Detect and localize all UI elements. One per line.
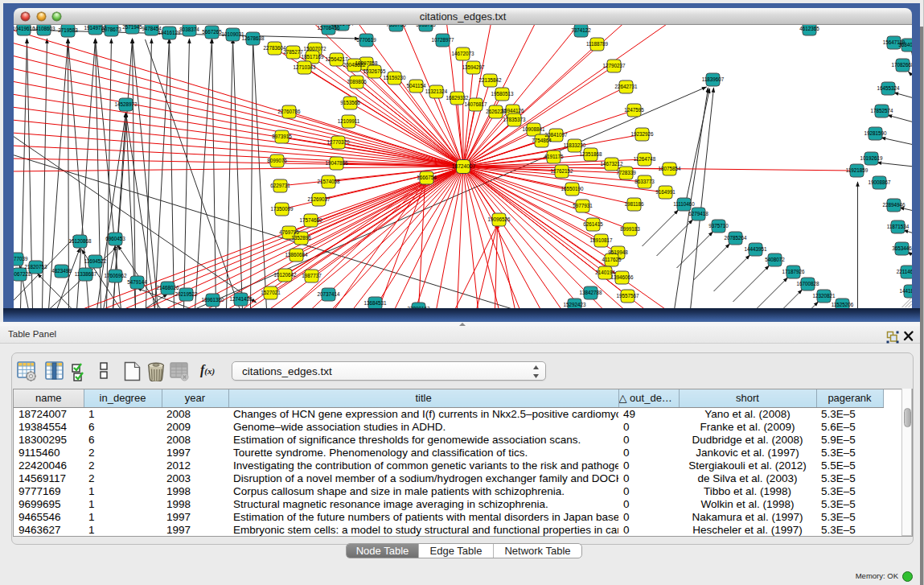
- svg-text:12351868: 12351868: [579, 151, 602, 157]
- svg-text:11525206: 11525206: [831, 302, 853, 307]
- svg-text:13594297: 13594297: [462, 64, 485, 70]
- svg-text:11321324: 11321324: [425, 89, 447, 94]
- svg-text:12710343: 12710343: [293, 64, 316, 70]
- svg-text:6960453: 6960453: [105, 236, 125, 241]
- svg-text:5977931: 5977931: [573, 203, 593, 208]
- svg-text:22760786: 22760786: [277, 109, 301, 114]
- svg-text:11694522: 11694522: [84, 258, 106, 264]
- svg-text:13842788: 13842788: [579, 290, 602, 295]
- svg-text:12770370: 12770370: [326, 139, 350, 145]
- svg-text:16829332: 16829332: [446, 95, 469, 101]
- svg-text:10120642: 10120642: [273, 272, 297, 278]
- svg-text:6229731: 6229731: [270, 183, 290, 188]
- svg-text:19047886: 19047886: [325, 160, 348, 166]
- svg-text:17187926: 17187926: [782, 269, 805, 274]
- svg-text:17082668: 17082668: [891, 62, 912, 68]
- svg-text:15159230: 15159230: [383, 75, 406, 80]
- svg-text:2719583: 2719583: [58, 27, 78, 33]
- svg-text:9153566: 9153566: [340, 100, 360, 105]
- svg-text:4612365: 4612365: [799, 26, 819, 31]
- svg-text:10192619: 10192619: [860, 155, 883, 161]
- svg-text:3684052: 3684052: [898, 42, 912, 47]
- svg-text:1527021: 1527021: [261, 290, 281, 295]
- svg-text:11921859: 11921859: [845, 167, 868, 173]
- svg-text:22894946: 22894946: [882, 202, 906, 208]
- svg-text:12320821: 12320821: [812, 293, 836, 299]
- svg-text:20737414: 20737414: [317, 291, 340, 297]
- svg-text:17606962: 17606962: [104, 273, 127, 278]
- svg-text:7728339: 7728339: [616, 170, 636, 175]
- svg-text:12741438: 12741438: [229, 296, 253, 302]
- svg-text:1981186: 1981186: [624, 201, 644, 207]
- svg-text:11833230: 11833230: [563, 142, 585, 148]
- svg-text:5041154: 5041154: [406, 83, 426, 89]
- svg-text:1987737: 1987737: [302, 273, 322, 278]
- svg-text:16550190: 16550190: [561, 186, 584, 192]
- svg-text:11110460: 11110460: [673, 201, 695, 207]
- svg-text:10728977: 10728977: [431, 37, 454, 43]
- svg-text:11264748: 11264748: [633, 156, 655, 162]
- svg-text:1247595: 1247595: [624, 107, 644, 113]
- svg-text:17835373: 17835373: [503, 117, 526, 122]
- svg-text:20377039: 20377039: [14, 256, 28, 262]
- svg-text:4191175: 4191175: [544, 154, 564, 159]
- svg-text:21269037: 21269037: [307, 196, 331, 202]
- svg-text:6770619: 6770619: [356, 37, 376, 43]
- svg-text:6279418: 6279418: [688, 211, 708, 216]
- svg-text:8038374: 8038374: [179, 27, 199, 32]
- svg-text:8633773: 8633773: [634, 179, 655, 184]
- svg-text:14076817: 14076817: [464, 101, 487, 107]
- svg-text:22135842: 22135842: [478, 77, 502, 83]
- svg-text:13684531: 13684531: [363, 300, 387, 306]
- svg-text:16067228: 16067228: [14, 271, 31, 277]
- svg-text:19580513: 19580513: [491, 91, 514, 97]
- svg-text:20048622: 20048622: [343, 62, 366, 68]
- svg-text:12790237: 12790237: [602, 63, 626, 68]
- svg-text:11188789: 11188789: [585, 41, 608, 47]
- svg-text:17852574: 17852574: [870, 108, 893, 113]
- svg-text:12762152: 12762152: [550, 168, 573, 174]
- svg-text:8099076: 8099076: [267, 158, 287, 163]
- svg-text:17350099: 17350099: [270, 206, 294, 212]
- svg-text:11871534: 11871534: [886, 224, 909, 229]
- svg-text:13946066: 13946066: [610, 274, 634, 280]
- svg-text:4117625: 4117625: [602, 257, 622, 262]
- svg-text:19096526: 19096526: [487, 216, 511, 222]
- svg-text:8078673: 8078673: [101, 27, 121, 32]
- svg-text:14418934: 14418934: [899, 288, 912, 294]
- svg-text:19416129: 19416129: [158, 30, 181, 35]
- svg-text:2571945: 2571945: [122, 25, 142, 30]
- svg-text:12678638: 12678638: [241, 35, 265, 41]
- svg-text:14672073: 14672073: [451, 51, 474, 56]
- svg-text:7374122: 7374122: [571, 27, 591, 33]
- svg-text:5479144: 5479144: [127, 279, 147, 285]
- svg-text:20219522: 20219522: [175, 291, 198, 297]
- svg-text:13860684: 13860684: [285, 252, 308, 257]
- svg-text:16120868: 16120868: [68, 238, 92, 244]
- svg-text:18724007: 18724007: [451, 163, 475, 169]
- svg-text:18075854: 18075854: [658, 166, 681, 171]
- svg-text:15292423: 15292423: [563, 302, 586, 307]
- svg-text:15944126: 15944126: [501, 108, 524, 113]
- svg-text:5667265: 5667265: [202, 29, 222, 35]
- svg-text:1666754: 1666754: [417, 175, 437, 180]
- svg-text:10326765: 10326765: [363, 68, 386, 74]
- svg-text:9519948: 9519948: [608, 249, 628, 255]
- svg-text:22114694: 22114694: [896, 269, 912, 274]
- svg-text:21820753: 21820753: [24, 264, 47, 270]
- svg-text:19281590: 19281590: [864, 130, 887, 136]
- svg-text:18961380: 18961380: [201, 297, 224, 303]
- svg-text:5408072: 5408072: [765, 257, 785, 262]
- svg-text:22642731: 22642731: [614, 84, 638, 89]
- svg-text:21468026: 21468026: [156, 285, 179, 290]
- svg-text:7350753: 7350753: [386, 25, 406, 27]
- svg-text:20785264: 20785264: [724, 235, 747, 241]
- svg-text:19232926: 19232926: [630, 131, 654, 137]
- svg-text:11338687: 11338687: [74, 271, 97, 277]
- svg-text:14443951: 14443951: [744, 246, 767, 252]
- svg-text:16700828: 16700828: [796, 281, 819, 286]
- svg-text:12109911: 12109911: [337, 118, 359, 124]
- svg-text:3653446: 3653446: [892, 245, 912, 251]
- svg-text:16455324: 16455324: [877, 85, 900, 91]
- svg-text:10908841: 10908841: [522, 126, 545, 132]
